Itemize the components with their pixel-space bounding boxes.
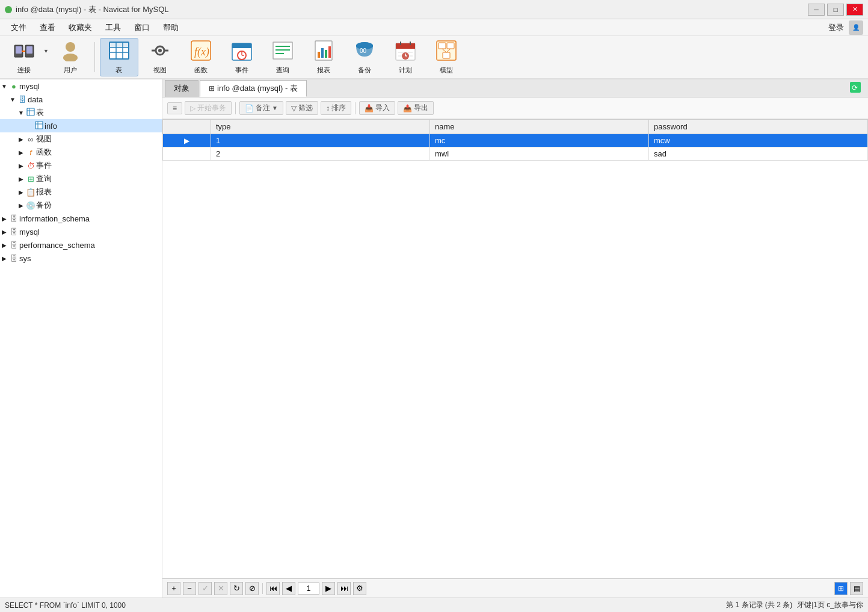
table-cell[interactable]: mcw [649,134,868,147]
expand-arrow: ▼ [8,96,17,103]
table-row[interactable]: ▶1mcmcw [163,134,868,147]
prev-page-btn[interactable]: ◀ [282,582,295,595]
comment-icon: 📄 [245,104,254,113]
login-button[interactable]: 登录 [828,22,844,33]
db-icon: 🗄 [8,214,19,223]
toolbar-function[interactable]: f(x) 函数 [182,38,220,76]
add-row-btn[interactable]: + [167,582,180,595]
menu-window[interactable]: 窗口 [128,21,156,34]
menu-tools[interactable]: 工具 [99,21,127,34]
comment-dropdown[interactable]: ▼ [272,105,278,111]
confirm-btn[interactable]: ✓ [199,582,212,595]
sidebar-item-info-table[interactable]: info [0,119,162,132]
events-label: 事件 [36,160,52,171]
filter-icon: ▽ [291,104,297,113]
filter-btn[interactable]: ▽ 筛选 [286,101,318,115]
tab-refresh-icon[interactable]: ⟳ [850,82,866,94]
cancel-btn[interactable]: ✕ [214,582,227,595]
sidebar-item-mysql-connection[interactable]: ▼ ● mysql [0,79,162,93]
table-cell[interactable]: mwl [430,147,649,161]
toolbar-report[interactable]: 报表 [304,38,343,76]
maximize-button[interactable]: □ [827,4,844,16]
queries-icon: ⊞ [25,175,36,184]
toolbar-query[interactable]: 查询 [263,38,302,76]
refresh-btn[interactable]: ↻ [230,582,243,595]
sidebar-item-performance-schema[interactable]: ▶ 🗄 performance_schema [0,238,162,252]
table-cell[interactable]: 2 [211,147,430,161]
next-page-btn[interactable]: ▶ [322,582,335,595]
sidebar-item-mysql-db[interactable]: ▶ 🗄 mysql [0,225,162,238]
begin-transaction-btn[interactable]: ▷ 开始事务 [185,101,232,115]
toolbar-schedule[interactable]: 计划 [386,38,425,76]
sidebar-item-backups[interactable]: ▶ 💿 备份 [0,199,162,212]
comment-btn[interactable]: 📄 备注 ▼ [239,101,283,115]
sidebar-item-reports[interactable]: ▶ 📋 报表 [0,185,162,199]
table-row[interactable]: 2mwlsad [163,147,868,161]
toolbar-model[interactable]: 模型 [427,38,466,76]
svg-text:f(x): f(x) [194,46,209,58]
data-table: type name password ▶1mcmcw2mwlsad [162,119,868,161]
close-button[interactable]: ✕ [846,4,863,16]
toolbar-connect[interactable]: 连接 [5,38,43,76]
svg-rect-38 [396,43,415,49]
toolbar-table[interactable]: 表 [100,38,138,76]
row-indicator [163,147,211,161]
col-name-header[interactable]: name [430,120,649,134]
sort-btn[interactable]: ↕ 排序 [321,101,351,115]
content-area: 对象 ⊞ info @data (mysql) - 表 ⟳ ≡ ▷ 开始事务 [162,79,868,598]
tab-object[interactable]: 对象 [165,80,199,97]
sidebar-item-tables-category[interactable]: ▼ 表 [0,106,162,119]
menu-view[interactable]: 查看 [34,21,61,34]
sidebar-item-functions[interactable]: ▶ f 函数 [0,146,162,159]
table-icon [108,40,130,64]
avatar[interactable]: 👤 [849,20,863,35]
status-sql: SELECT * FROM `info` LIMIT 0, 1000 [5,601,726,610]
last-page-btn[interactable]: ⏭ [337,582,351,595]
performance-schema-label: performance_schema [19,241,95,250]
export-btn[interactable]: 📤 导出 [398,101,434,115]
database-icon: 🗄 [17,95,28,104]
table-cell[interactable]: 1 [211,134,430,147]
sidebar-item-queries[interactable]: ▶ ⊞ 查询 [0,172,162,185]
col-password-header[interactable]: password [649,120,868,134]
expand-arrow: ▶ [0,242,8,249]
grid-view-btn[interactable]: ⊞ [834,582,848,595]
toolbar-table-label: 表 [115,66,122,75]
stop-btn[interactable]: ⊘ [245,582,259,595]
status-bar: SELECT * FROM `info` LIMIT 0, 1000 第 1 条… [0,598,868,612]
table-cell[interactable]: sad [649,147,868,161]
delete-row-btn[interactable]: − [183,582,196,595]
minimize-button[interactable]: ─ [808,4,825,16]
sys-label: sys [19,254,31,263]
settings-btn[interactable]: ⚙ [353,582,366,595]
toolbar-view[interactable]: 视图 [141,38,179,76]
schedule-icon [395,40,416,64]
import-btn[interactable]: 📥 导入 [359,101,395,115]
col-type-header[interactable]: type [211,120,430,134]
svg-point-5 [66,42,75,52]
toolbar-event[interactable]: 事件 [223,38,261,76]
table-cell[interactable]: mc [430,134,649,147]
connect-dropdown-arrow[interactable]: ▼ [43,48,49,54]
svg-rect-47 [439,43,446,49]
menu-file[interactable]: 文件 [5,21,32,34]
data-table-wrapper[interactable]: type name password ▶1mcmcw2mwlsad [162,119,868,578]
toolbar-backup[interactable]: 00 备份 [345,38,384,76]
sidebar-item-events[interactable]: ▶ ⏱ 事件 [0,159,162,172]
page-number-input[interactable] [298,583,319,595]
backup-icon: 00 [354,40,375,64]
sidebar-item-views[interactable]: ▶ ∞ 视图 [0,132,162,146]
form-view-btn[interactable]: ▤ [850,582,863,595]
sidebar-item-sys[interactable]: ▶ 🗄 sys [0,252,162,265]
main-toolbar: 连接 ▼ 用户 表 [0,36,868,79]
menu-help[interactable]: 帮助 [157,21,185,34]
tab-table-icon: ⊞ [209,84,215,93]
tab-table-data[interactable]: ⊞ info @data (mysql) - 表 [200,80,307,97]
sidebar-item-information-schema[interactable]: ▶ 🗄 information_schema [0,212,162,225]
toolbar-view-label: 视图 [153,66,167,75]
first-page-btn[interactable]: ⏮ [266,582,280,595]
menu-favorites[interactable]: 收藏夹 [63,21,98,34]
toolbar-user[interactable]: 用户 [51,38,90,76]
sidebar-item-data-db[interactable]: ▼ 🗄 data [0,93,162,106]
menu-icon-btn[interactable]: ≡ [167,102,182,114]
